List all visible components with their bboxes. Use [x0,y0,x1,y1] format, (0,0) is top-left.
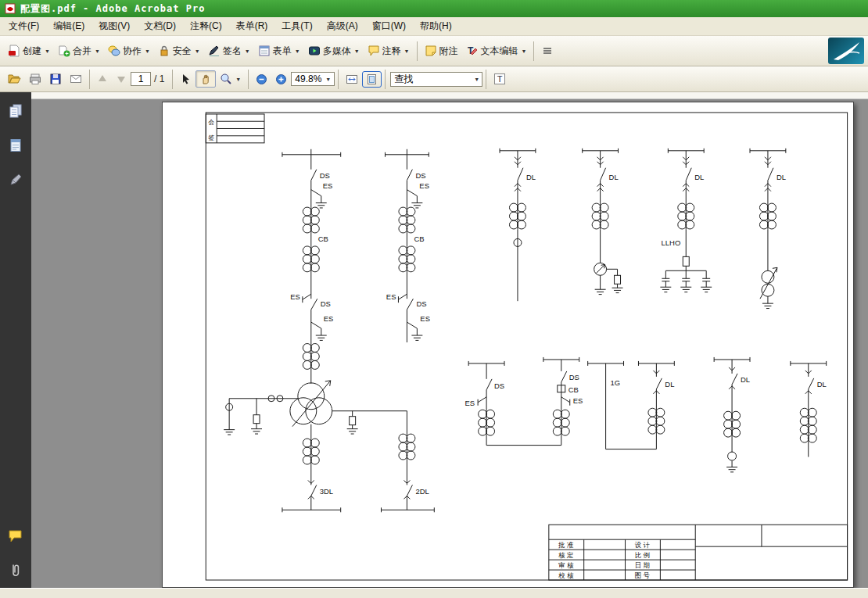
comments-panel-button[interactable] [5,527,27,546]
acrobat-logo [828,38,864,64]
collaborate-button[interactable]: 协作 ▼ [104,42,154,60]
collaborate-icon [108,45,120,57]
chevron-down-icon: ▼ [295,48,300,54]
chevron-down-icon: ▼ [522,48,527,54]
fit-width-button[interactable] [342,71,362,88]
sign-button[interactable]: 签名 ▼ [204,42,254,60]
save-button[interactable] [45,70,66,88]
bookmarks-panel-button[interactable] [5,136,27,155]
navigation-panel-bar [0,92,31,588]
titleblock-verify: 核 定 [558,551,573,559]
label-ds: DS [321,299,331,308]
titleblock-number: 图 号 [635,571,651,579]
text-edits-button[interactable]: T 文本编辑 ▼ [462,42,531,60]
pages-icon [8,103,23,119]
combine-icon [58,45,70,57]
menu-document[interactable]: 文档(D) [137,16,183,36]
signature-table [206,114,264,143]
forms-button[interactable]: 表单 ▼ [254,42,304,60]
envelope-icon [70,73,82,84]
chevron-down-icon: ▼ [195,48,200,54]
title-bar: 配置图.pdf - Adobe Acrobat Pro [0,0,868,17]
attachments-panel-button[interactable] [5,561,27,580]
tasks-toolbar: 创建 ▼ 合并 ▼ 协作 ▼ 安全 ▼ 签名 ▼ 表单 ▼ [0,36,868,66]
find-box[interactable]: ▼ [390,72,482,87]
email-button[interactable] [66,71,86,87]
menu-tools[interactable]: 工具(T) [274,16,319,36]
text-edit-icon: T [466,45,479,57]
menu-forms[interactable]: 表单(R) [229,16,275,36]
label-es: ES [573,396,583,405]
print-button[interactable] [25,70,45,88]
chevron-down-icon: ▼ [95,48,100,54]
chevron-down-icon: ▼ [45,48,50,54]
menu-view[interactable]: 视图(V) [91,16,137,36]
select-cursor-icon [180,73,192,85]
label-es: ES [465,399,475,407]
printer-icon [29,73,41,85]
secure-button[interactable]: 安全 ▼ [154,42,204,60]
menu-comments[interactable]: 注释(C) [183,16,229,36]
label-ds: DS [494,381,504,390]
label-dl: DL [741,375,750,384]
fit-page-icon [366,73,378,85]
titleblock-review: 审 核 [558,561,574,569]
label-es: ES [290,292,300,301]
combine-button[interactable]: 合并 ▼ [54,42,104,60]
create-button[interactable]: 创建 ▼ [4,42,54,60]
menu-file[interactable]: 文件(F) [2,16,46,36]
next-page-button[interactable] [112,71,131,87]
signatures-panel-button[interactable] [5,170,27,189]
document-pane[interactable]: DS ES CB ES DS ES 3DL 2DL DS ES CB ES DS… [31,92,868,588]
separator [417,41,418,61]
open-button[interactable] [4,70,25,88]
label-es: ES [386,292,396,301]
menu-window[interactable]: 窗口(W) [365,16,413,36]
page-number-input[interactable] [131,72,151,86]
zoom-level-select[interactable]: 49.8% ▼ [291,72,335,86]
label-cb: CB [318,235,328,243]
zoom-level-value: 49.8% [295,73,321,84]
multimedia-label: 多媒体 [323,45,351,58]
menu-help[interactable]: 帮助(H) [413,16,459,36]
toolbar-menu-button[interactable] [537,42,558,59]
menu-bar: 文件(F) 编辑(E) 视图(V) 文档(D) 注释(C) 表单(R) 工具(T… [0,17,868,36]
menu-edit[interactable]: 编辑(E) [46,16,91,36]
zoom-out-button[interactable] [252,71,271,88]
sign-label: 签名 [223,45,242,58]
file-toolbar: / 1 ▼ 49.8% ▼ ▼ [0,66,868,92]
chevron-down-icon: ▼ [245,48,250,54]
hand-tool-button[interactable] [195,70,216,88]
acrobat-window: 配置图.pdf - Adobe Acrobat Pro 文件(F) 编辑(E) … [0,0,868,598]
find-input[interactable] [391,73,473,84]
multimedia-button[interactable]: 多媒体 ▼ [304,42,364,60]
pages-panel-button[interactable] [5,102,27,120]
select-tool-button[interactable] [176,71,195,88]
previous-page-button[interactable] [93,71,112,87]
label-es: ES [324,314,334,323]
zoom-in-button[interactable] [271,71,291,88]
separator [486,70,486,89]
schematic-drawing: DS ES CB ES DS ES 3DL 2DL DS ES CB ES DS… [163,102,853,587]
signature-pen-icon [8,172,23,188]
comment-label: 注释 [382,45,401,58]
label-2dl: 2DL [415,487,429,496]
floppy-save-icon [49,73,62,85]
media-icon [308,45,321,57]
menu-advanced[interactable]: 高级(A) [320,16,365,36]
pdf-page[interactable]: DS ES CB ES DS ES 3DL 2DL DS ES CB ES DS… [162,102,854,588]
label-ds: DS [569,373,579,381]
chevron-down-icon: ▼ [325,77,331,82]
comment-button[interactable]: 注释 ▼ [364,42,414,60]
chevron-down-icon: ▼ [235,77,241,82]
titleblock-proof: 校 核 [558,571,574,579]
fit-page-button[interactable] [362,71,382,88]
label-es: ES [323,181,333,190]
huiqian-top: 会 [208,119,214,126]
sticky-note-button[interactable]: 附注 [421,42,462,60]
main-body: DS ES CB ES DS ES 3DL 2DL DS ES CB ES DS… [0,92,868,588]
label-dl: DL [609,173,619,181]
touchup-text-button[interactable]: T [490,70,510,88]
zoom-tool-button[interactable]: ▼ [216,70,245,88]
chevron-down-icon: ▼ [145,48,150,54]
